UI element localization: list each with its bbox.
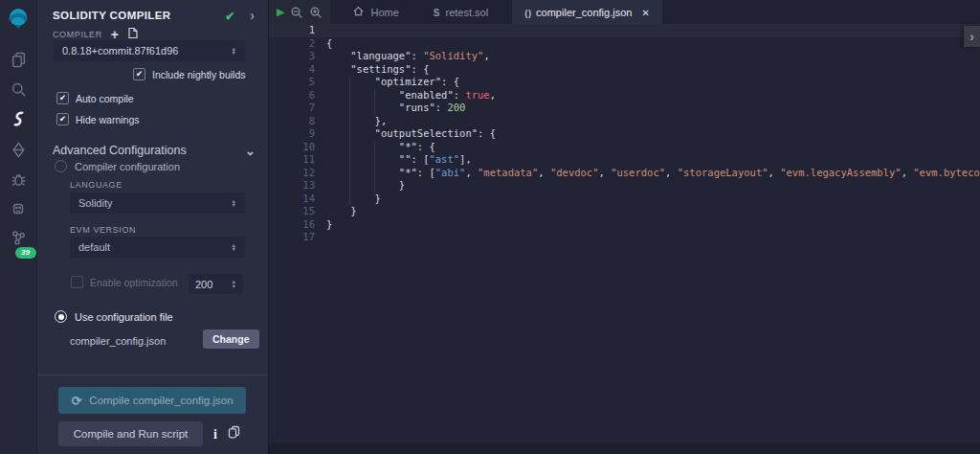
line-number: 11 xyxy=(269,153,315,167)
code-token: , xyxy=(538,167,550,180)
code-line[interactable]: 12"*": ["abi", "metadata", "devdoc", "us… xyxy=(269,167,980,180)
indent-guide xyxy=(350,115,374,128)
compiler-version-select[interactable]: 0.8.18+commit.87f61d96 xyxy=(54,40,245,61)
compiler-section-label: COMPILER xyxy=(53,30,102,39)
compiler-configuration-label: Compiler configuration xyxy=(75,161,180,172)
tab-label: compiler_config.json xyxy=(536,7,632,18)
line-number: 6 xyxy=(269,89,315,102)
tab-compiler-config-json[interactable]: compiler_config.json xyxy=(512,0,662,24)
code-token: "evm.legacyAssembly" xyxy=(780,167,901,180)
indent-guide xyxy=(350,76,374,89)
code-line[interactable]: 7"runs": 200 xyxy=(269,102,980,115)
indent-guide xyxy=(375,153,399,167)
code-line[interactable]: 11"": ["ast"], xyxy=(269,153,980,167)
code-line[interactable]: 17 xyxy=(269,231,980,244)
home-icon xyxy=(352,5,365,19)
code-line[interactable]: 1 xyxy=(269,24,980,37)
scroll-tabs-right-button[interactable] xyxy=(964,26,980,47)
auto-compile-label: Auto compile xyxy=(76,93,134,104)
editor-area: Home retest.sol compiler_config.json 12{… xyxy=(269,0,980,454)
code-line[interactable]: 6"enabled": true, xyxy=(269,89,980,102)
code-line[interactable]: 10"*": { xyxy=(269,141,980,154)
code-token: "storageLayout" xyxy=(678,167,768,180)
change-config-button[interactable]: Change xyxy=(203,329,259,349)
zoom-out-icon[interactable] xyxy=(290,6,303,19)
indent-guide xyxy=(326,102,350,115)
indent-guide xyxy=(326,141,350,154)
search-icon[interactable] xyxy=(0,81,36,98)
code-line[interactable]: 5"optimizer": { xyxy=(269,76,980,89)
deploy-run-icon[interactable] xyxy=(0,142,36,158)
indent-guide xyxy=(375,179,399,193)
indent-guide xyxy=(375,167,399,180)
evm-version-label: EVM VERSION xyxy=(70,225,136,235)
code-token: : xyxy=(412,50,424,63)
plugin-manager-icon[interactable] xyxy=(0,230,36,246)
collapse-chevron-icon[interactable] xyxy=(245,142,256,159)
solidity-compiler-icon[interactable] xyxy=(0,110,36,127)
use-configuration-file-radio[interactable] xyxy=(55,310,67,323)
code-line[interactable]: 2{ xyxy=(269,37,980,51)
panel-chevron-icon[interactable] xyxy=(250,7,255,24)
code-token: "runs" xyxy=(399,102,435,115)
code-line[interactable]: 4"settings": { xyxy=(269,63,980,77)
line-number: 7 xyxy=(269,102,315,115)
code-token: } xyxy=(350,205,356,218)
indent-guide xyxy=(350,102,374,115)
tab-retest-sol[interactable]: retest.sol xyxy=(421,0,501,24)
code-token: , xyxy=(490,89,496,102)
enable-optimization-label: Enable optimization xyxy=(90,277,178,288)
code-token: "optimizer" xyxy=(375,76,442,89)
code-token: : [ xyxy=(417,167,435,180)
zoom-in-icon[interactable] xyxy=(309,6,323,19)
code-token: "abi" xyxy=(435,167,466,180)
file-explorer-icon[interactable] xyxy=(0,52,36,68)
code-line[interactable]: 9"outputSelection": { xyxy=(269,127,980,141)
nightly-checkbox[interactable]: ✔ xyxy=(133,68,145,80)
close-tab-icon[interactable] xyxy=(641,7,649,18)
compiler-configuration-radio[interactable] xyxy=(55,160,67,172)
json-file-icon xyxy=(524,7,530,18)
code-line[interactable]: 16} xyxy=(269,218,980,232)
line-number: 8 xyxy=(269,115,315,128)
select-stepper-icon xyxy=(232,47,236,56)
debugger-icon[interactable] xyxy=(0,171,36,188)
code-line[interactable]: 3"language": "Solidity", xyxy=(269,50,980,63)
tab-label: Home xyxy=(370,7,398,18)
code-token: , xyxy=(599,167,612,180)
compile-button[interactable]: Compile compiler_config.json xyxy=(58,387,246,414)
indent-guide xyxy=(350,179,374,193)
bottom-panel-edge xyxy=(269,443,980,454)
optimization-runs-input[interactable]: 200 xyxy=(189,274,243,294)
code-line[interactable]: 15} xyxy=(269,205,980,218)
info-icon[interactable] xyxy=(213,425,217,443)
enable-optimization-checkbox[interactable] xyxy=(71,276,83,288)
code-line[interactable]: 14} xyxy=(269,193,980,206)
code-line[interactable]: 13} xyxy=(269,179,980,193)
copy-icon[interactable] xyxy=(228,425,240,443)
indent-guide xyxy=(350,141,374,154)
line-number: 15 xyxy=(269,205,315,218)
evm-version-select[interactable]: default xyxy=(70,237,245,258)
language-select[interactable]: Solidity xyxy=(70,193,245,214)
code-token: , xyxy=(665,167,678,180)
analyzer-icon[interactable] xyxy=(0,201,36,216)
run-script-icon[interactable] xyxy=(277,6,284,18)
code-token: "" xyxy=(399,153,412,167)
code-token: , xyxy=(465,167,478,180)
code-token: "userdoc" xyxy=(611,167,665,180)
line-number: 10 xyxy=(269,141,315,154)
remix-logo-icon[interactable] xyxy=(0,6,36,31)
tab-home[interactable]: Home xyxy=(340,0,411,24)
indent-guide xyxy=(375,89,399,102)
code-line[interactable]: 8}, xyxy=(269,115,980,128)
nightly-label: Include nightly builds xyxy=(152,69,245,80)
hide-warnings-checkbox[interactable]: ✔ xyxy=(56,113,69,125)
auto-compile-checkbox[interactable]: ✔ xyxy=(56,92,69,104)
compiler-version-value: 0.8.18+commit.87f61d96 xyxy=(62,45,178,57)
panel-divider xyxy=(37,375,268,375)
compile-and-run-button[interactable]: Compile and Run script xyxy=(58,421,203,446)
code-area[interactable]: 12{3"language": "Solidity",4"settings": … xyxy=(269,24,980,454)
tab-label: retest.sol xyxy=(445,7,488,18)
hide-warnings-label: Hide warnings xyxy=(76,114,140,125)
